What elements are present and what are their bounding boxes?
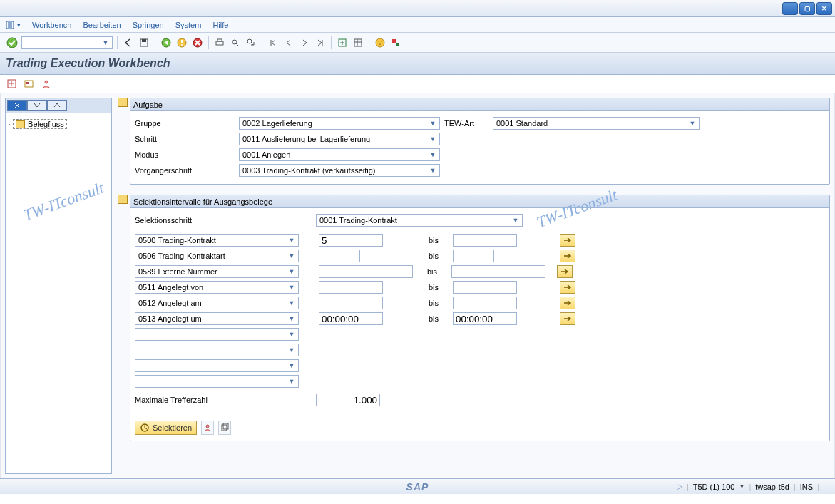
- title-bar: Trading Execution Workbench: [0, 53, 835, 75]
- sel-field-dropdown[interactable]: 0512 Angelegt am▼: [135, 297, 299, 309]
- status-nav-icon[interactable]: ▷: [677, 482, 682, 491]
- sel-field-dropdown[interactable]: 0500 Trading-Kontrakt▼: [135, 234, 299, 247]
- selektion-group: Selektionsintervalle für Ausgangsbelege …: [130, 195, 830, 441]
- sel-empty-dropdown[interactable]: ▼: [135, 344, 299, 356]
- status-dropdown-icon[interactable]: ▼: [739, 483, 744, 490]
- prev-page-icon[interactable]: [282, 36, 295, 49]
- svg-rect-3: [142, 39, 146, 42]
- window-close-button[interactable]: ✕: [816, 2, 832, 15]
- sel-from-input[interactable]: [319, 297, 383, 309]
- selektion-header: Selektionsintervalle für Ausgangsbelege: [130, 195, 829, 208]
- next-page-icon[interactable]: [298, 36, 311, 49]
- selektionsschritt-value: 0001 Trading-Kontrakt: [319, 216, 397, 225]
- gruppe-value: 0002 Lagerlieferung: [242, 119, 312, 128]
- selection-row: 0512 Angelegt am▼bis: [135, 295, 825, 311]
- window-maximize-button[interactable]: ▢: [799, 2, 815, 15]
- svg-point-6: [181, 44, 183, 46]
- selektieren-button[interactable]: Selektieren: [135, 421, 197, 435]
- tree-item-belegfluss[interactable]: Belegfluss: [13, 119, 67, 129]
- app-icon-2[interactable]: [23, 78, 36, 91]
- aufgabe-header-label: Aufgabe: [133, 101, 163, 109]
- find-icon[interactable]: [229, 36, 242, 49]
- schritt-label: Schritt: [135, 135, 235, 143]
- exit-ball-icon[interactable]: [175, 36, 188, 49]
- menu-system[interactable]: System: [175, 21, 202, 29]
- help-icon[interactable]: ?: [374, 36, 386, 49]
- sel-from-input[interactable]: [319, 265, 413, 278]
- modus-dropdown[interactable]: 0001 Anlegen▼: [239, 148, 440, 161]
- menu-bearbeiten[interactable]: Bearbeiten: [83, 21, 121, 29]
- sel-from-input[interactable]: [319, 312, 383, 325]
- svg-rect-19: [25, 81, 33, 87]
- menu-workbench[interactable]: Workbench: [32, 21, 71, 29]
- tewart-dropdown[interactable]: 0001 Standard▼: [493, 117, 700, 130]
- sel-field-dropdown[interactable]: 0506 Trading-Kontraktart▼: [135, 250, 299, 262]
- selektionsschritt-dropdown[interactable]: 0001 Trading-Kontrakt▼: [316, 214, 523, 227]
- max-treffer-input[interactable]: [316, 394, 380, 406]
- tewart-label: TEW-Art: [444, 119, 488, 128]
- window-minimize-button[interactable]: –: [782, 2, 798, 15]
- side-close-button[interactable]: [7, 100, 27, 111]
- svg-rect-16: [392, 39, 396, 43]
- bis-label: bis: [429, 314, 449, 323]
- sel-field-dropdown[interactable]: 0513 Angelegt um▼: [135, 312, 299, 325]
- aufgabe-folder-icon[interactable]: [118, 98, 128, 107]
- sel-from-input[interactable]: [319, 250, 360, 262]
- sel-to-input[interactable]: [453, 250, 494, 262]
- find-next-icon[interactable]: [245, 36, 257, 49]
- selection-row: 0500 Trading-Kontrakt▼bis: [135, 232, 825, 248]
- app-icon-1[interactable]: [6, 78, 19, 91]
- side-panel: · Belegfluss: [5, 98, 112, 474]
- multi-select-button[interactable]: [560, 250, 575, 262]
- print-icon[interactable]: [213, 36, 226, 49]
- multi-select-button[interactable]: [557, 265, 573, 278]
- svg-rect-24: [222, 425, 227, 431]
- customize-icon[interactable]: [389, 36, 402, 49]
- last-page-icon[interactable]: [314, 36, 327, 49]
- sel-to-input[interactable]: [453, 297, 517, 309]
- multi-select-button[interactable]: [560, 234, 575, 247]
- back-icon[interactable]: [122, 36, 135, 49]
- first-page-icon[interactable]: [267, 36, 280, 49]
- command-field[interactable]: ▼: [21, 36, 113, 49]
- svg-point-21: [45, 81, 48, 83]
- sel-to-input[interactable]: [453, 312, 517, 325]
- svg-rect-20: [26, 82, 29, 84]
- sel-from-input[interactable]: [319, 234, 383, 247]
- content-area: Aufgabe Gruppe 0002 Lagerlieferung▼ TEW-…: [118, 98, 830, 474]
- app-toolbar: [0, 75, 835, 93]
- menu-lead-icon[interactable]: ▾: [6, 20, 21, 30]
- multi-select-button[interactable]: [560, 297, 575, 309]
- app-icon-3[interactable]: [40, 78, 53, 91]
- gruppe-label: Gruppe: [135, 119, 235, 128]
- side-collapse-button[interactable]: [47, 100, 67, 111]
- personalize-icon[interactable]: [201, 421, 214, 435]
- multi-select-button[interactable]: [560, 281, 575, 294]
- sel-to-input[interactable]: [451, 265, 545, 278]
- copy-icon[interactable]: [218, 421, 231, 435]
- enter-icon[interactable]: [6, 36, 19, 49]
- sel-empty-dropdown[interactable]: ▼: [135, 328, 299, 341]
- sel-empty-dropdown[interactable]: ▼: [135, 359, 299, 372]
- layout-icon[interactable]: [352, 36, 364, 49]
- menu-hilfe[interactable]: Hilfe: [212, 21, 228, 29]
- vorgaenger-dropdown[interactable]: 0003 Trading-Kontrakt (verkaufsseitig)▼: [239, 164, 440, 177]
- cancel-ball-icon[interactable]: [191, 36, 204, 49]
- bis-label: bis: [429, 236, 449, 245]
- sel-to-input[interactable]: [453, 234, 517, 247]
- save-icon[interactable]: [138, 36, 150, 49]
- back-ball-icon[interactable]: [160, 36, 173, 49]
- selection-row: 0511 Angelegt von▼bis: [135, 279, 825, 295]
- sel-to-input[interactable]: [453, 281, 517, 294]
- menu-springen[interactable]: Springen: [133, 21, 164, 29]
- side-expand-button[interactable]: [27, 100, 47, 111]
- selektion-folder-icon[interactable]: [118, 195, 128, 204]
- multi-select-button[interactable]: [560, 312, 575, 325]
- sel-empty-dropdown[interactable]: ▼: [135, 375, 299, 388]
- new-session-icon[interactable]: [336, 36, 349, 49]
- sel-field-dropdown[interactable]: 0589 Externe Nummer▼: [135, 265, 299, 278]
- sel-from-input[interactable]: [319, 281, 383, 294]
- schritt-dropdown[interactable]: 0011 Auslieferung bei Lagerlieferung▼: [239, 133, 440, 145]
- sel-field-dropdown[interactable]: 0511 Angelegt von▼: [135, 281, 299, 294]
- gruppe-dropdown[interactable]: 0002 Lagerlieferung▼: [239, 117, 440, 130]
